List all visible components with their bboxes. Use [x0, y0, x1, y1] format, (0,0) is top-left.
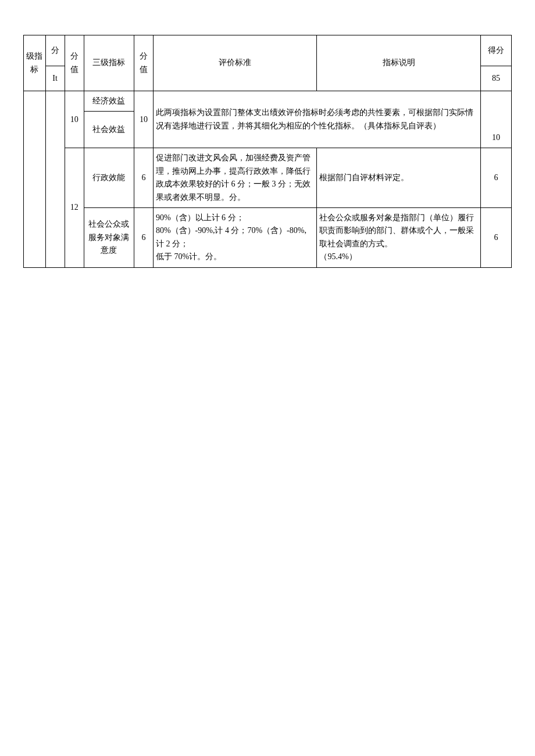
hdr-level: 级指标 [24, 35, 46, 91]
hdr-criteria: 评价标准 [153, 35, 317, 91]
admin-label: 行政效能 [84, 148, 134, 208]
hdr-fenzhi2: 分值 [134, 35, 153, 91]
row-econ: 10 经济效益 10 此两项指标为设置部门整体支出绩效评价指标时必须考虑的共性要… [24, 91, 512, 112]
evaluation-table: 级指标 分 分值 三级指标 分值 评价标准 指标说明 得分 It 85 10 经… [23, 35, 512, 268]
hdr-explain: 指标说明 [317, 35, 481, 91]
econ-label: 经济效益 [84, 91, 134, 112]
admin-val: 6 [134, 148, 153, 208]
hdr-fen-top: 分 [45, 35, 65, 66]
admin-score: 6 [480, 148, 511, 208]
g1-val: 10 [134, 91, 153, 148]
hdr-fenzhi1: 分值 [65, 35, 84, 91]
satis-score: 6 [480, 207, 511, 267]
hdr-score-top: 得分 [480, 35, 511, 66]
satis-explain: 社会公众或服务对象是指部门（单位）履行职责而影响到的部门、群体或个人，一般采取社… [317, 207, 481, 267]
g1-fenzhi: 10 [65, 91, 84, 148]
satis-criteria: 90%（含）以上计 6 分； 80%（含）-90%,计 4 分；70%（含）-8… [153, 207, 317, 267]
row-admin: 12 行政效能 6 促进部门改进文风会风，加强经费及资产管理，推动网上办事，提高… [24, 148, 512, 208]
g1-score: 10 [480, 91, 511, 148]
admin-explain: 根据部门自评材料评定。 [317, 148, 481, 208]
fenit-empty [45, 91, 65, 268]
satis-val: 6 [134, 207, 153, 267]
g2-fenzhi: 12 [65, 148, 84, 267]
hdr-score-bot: 85 [480, 66, 511, 91]
admin-criteria: 促进部门改进文风会风，加强经费及资产管理，推动网上办事，提高行政效率，降低行政成… [153, 148, 317, 208]
social-label: 社会效益 [84, 112, 134, 148]
row-satis: 社会公众或服务对象满意度 6 90%（含）以上计 6 分； 80%（含）-90%… [24, 207, 512, 267]
hdr-level3: 三级指标 [84, 35, 134, 91]
header-row-top: 级指标 分 分值 三级指标 分值 评价标准 指标说明 得分 [24, 35, 512, 66]
g1-text: 此两项指标为设置部门整体支出绩效评价指标时必须考虑的共性要素，可根据部门实际情况… [153, 91, 480, 148]
hdr-fen-bot: It [45, 66, 65, 91]
satis-label: 社会公众或服务对象满意度 [84, 207, 134, 267]
level-empty [24, 91, 46, 268]
